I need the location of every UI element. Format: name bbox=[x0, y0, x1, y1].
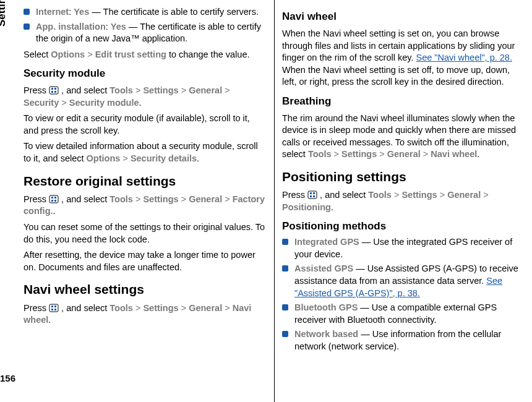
text: . bbox=[53, 206, 56, 216]
menu-key-icon bbox=[307, 190, 317, 199]
list-item: App. installation: Yes — The certificate… bbox=[24, 21, 267, 45]
text: Select bbox=[24, 49, 51, 59]
cross-reference-link[interactable]: See "Navi wheel", p. 28. bbox=[416, 53, 512, 62]
paragraph: Press , and select Tools > Settings > Ge… bbox=[24, 85, 267, 109]
separator: > bbox=[222, 194, 233, 204]
item-desc: — The certificate is able to certify ser… bbox=[89, 7, 259, 17]
list-item: Network based — Use information from the… bbox=[282, 328, 525, 353]
svg-rect-10 bbox=[49, 304, 58, 312]
svg-rect-3 bbox=[51, 91, 53, 93]
menu-path-item: Security module bbox=[69, 98, 139, 108]
bullet-icon bbox=[24, 24, 30, 30]
menu-path-item: Options bbox=[51, 49, 85, 59]
item-label: Bluetooth GPS bbox=[294, 302, 358, 312]
right-column: Navi wheel When the Navi wheel setting i… bbox=[274, 0, 532, 402]
bullet-icon bbox=[282, 304, 288, 310]
menu-path-item: General bbox=[387, 149, 421, 159]
separator: > bbox=[133, 194, 144, 204]
paragraph: After resetting, the device may take a l… bbox=[24, 249, 267, 273]
separator: > bbox=[222, 85, 230, 95]
menu-path-item: General bbox=[189, 85, 222, 95]
separator: > bbox=[120, 153, 131, 163]
svg-rect-2 bbox=[54, 88, 56, 90]
list-item: Assisted GPS — Use Assisted GPS (A-GPS) … bbox=[282, 263, 525, 299]
svg-rect-7 bbox=[54, 197, 56, 199]
heading-navi-wheel: Navi wheel bbox=[282, 10, 525, 24]
bullet-icon bbox=[282, 239, 288, 245]
separator: > bbox=[222, 303, 233, 313]
menu-path-item: General bbox=[189, 194, 222, 204]
text: Press bbox=[24, 303, 49, 313]
colon: : bbox=[106, 22, 111, 32]
menu-path-item: Positioning bbox=[282, 202, 331, 212]
svg-rect-16 bbox=[310, 192, 312, 194]
text: , and select bbox=[59, 85, 109, 95]
paragraph: Press , and select Tools > Settings > Ge… bbox=[24, 302, 267, 327]
item-value: Yes bbox=[74, 7, 89, 17]
list-item-body: App. installation: Yes — The certificate… bbox=[36, 21, 267, 45]
menu-path-item: Tools bbox=[109, 303, 133, 313]
menu-path-item: Settings bbox=[341, 149, 377, 159]
text: Press bbox=[24, 85, 49, 95]
paragraph: Select Options > Edit trust setting to c… bbox=[24, 49, 267, 61]
svg-rect-9 bbox=[54, 200, 56, 202]
svg-rect-8 bbox=[51, 200, 53, 202]
menu-key-icon bbox=[49, 86, 59, 95]
separator: > bbox=[392, 190, 402, 200]
heading-positioning: Positioning settings bbox=[282, 168, 525, 186]
separator: > bbox=[421, 149, 431, 159]
separator: > bbox=[133, 303, 144, 313]
separator: > bbox=[179, 85, 189, 95]
separator: > bbox=[332, 149, 342, 159]
sidebar: Settings 156 bbox=[0, 0, 14, 402]
section-tab-label: Settings bbox=[0, 0, 9, 27]
separator: > bbox=[85, 49, 95, 59]
separator: > bbox=[179, 303, 189, 313]
svg-rect-19 bbox=[313, 195, 315, 197]
text: , and select bbox=[59, 194, 109, 204]
svg-rect-13 bbox=[51, 309, 53, 310]
bullet-icon bbox=[282, 331, 288, 337]
text: When the Navi wheel setting is set off, … bbox=[282, 65, 510, 87]
heading-positioning-methods: Positioning methods bbox=[282, 220, 525, 234]
left-column: Internet: Yes — The certificate is able … bbox=[16, 0, 274, 402]
menu-key-icon bbox=[49, 304, 59, 312]
svg-rect-12 bbox=[54, 306, 56, 307]
text: , and select bbox=[59, 303, 109, 313]
menu-path-item: Options bbox=[87, 153, 121, 163]
menu-path-item: Settings bbox=[143, 303, 178, 313]
list-item: Bluetooth GPS — Use a compatible externa… bbox=[282, 302, 525, 326]
separator: > bbox=[377, 149, 387, 159]
text: , and select bbox=[317, 190, 368, 200]
text: to change the value. bbox=[166, 49, 250, 59]
list-item-body: Network based — Use information from the… bbox=[294, 328, 525, 353]
heading-security-module: Security module bbox=[24, 67, 267, 81]
text: . bbox=[197, 153, 199, 163]
svg-rect-4 bbox=[54, 91, 56, 93]
svg-rect-15 bbox=[308, 191, 317, 199]
text: . bbox=[139, 98, 142, 108]
bullet-icon bbox=[24, 9, 30, 15]
list-item-body: Bluetooth GPS — Use a compatible externa… bbox=[294, 302, 525, 326]
menu-path-item: Edit trust setting bbox=[95, 49, 166, 59]
svg-rect-11 bbox=[51, 306, 53, 307]
content-columns: Internet: Yes — The certificate is able … bbox=[16, 0, 532, 402]
separator: > bbox=[179, 194, 189, 204]
list-item: Internet: Yes — The certificate is able … bbox=[24, 6, 267, 19]
menu-path-item: General bbox=[447, 190, 481, 200]
item-label: Integrated GPS bbox=[294, 237, 362, 247]
list-item-body: Internet: Yes — The certificate is able … bbox=[36, 6, 267, 19]
separator: > bbox=[133, 85, 144, 95]
heading-restore: Restore original settings bbox=[24, 173, 267, 190]
text: Press bbox=[282, 190, 307, 200]
paragraph: To view detailed information about a sec… bbox=[24, 140, 267, 165]
text: Press bbox=[24, 194, 49, 204]
menu-path-item: Tools bbox=[308, 149, 332, 159]
list-item: Integrated GPS — Use the integrated GPS … bbox=[282, 236, 525, 260]
svg-rect-18 bbox=[310, 195, 312, 197]
svg-rect-17 bbox=[313, 192, 315, 194]
menu-path-item: Settings bbox=[401, 190, 437, 200]
separator: > bbox=[59, 98, 69, 108]
svg-rect-0 bbox=[49, 87, 58, 94]
bullet-icon bbox=[282, 265, 288, 272]
